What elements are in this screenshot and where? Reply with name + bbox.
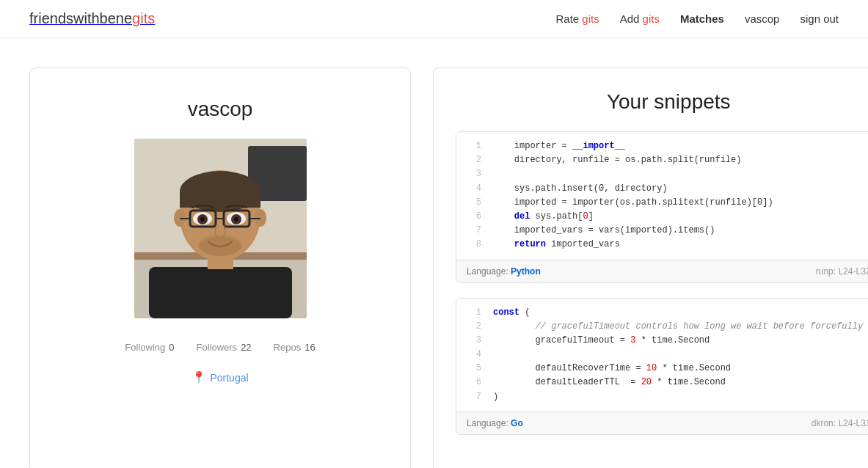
site-logo[interactable]: friendswithbenegits	[29, 10, 155, 27]
nav-add-gits[interactable]: Add gits	[620, 12, 660, 25]
followers-count: 22	[241, 342, 251, 353]
snippet-go: 1 const ( 2 // gracefulTimeout controls …	[456, 298, 868, 435]
logo-accent: gits	[132, 10, 155, 26]
code-line: 2 // gracefulTimeout controls how long w…	[456, 320, 868, 334]
snippet-footer-go: Language: Go dkron: L24-L31	[456, 412, 868, 434]
stat-following: Following 0	[125, 342, 174, 353]
nav-rate-gits[interactable]: Rate gits	[555, 12, 599, 25]
nav-rate-label: Rate	[555, 12, 582, 25]
stat-followers: Followers 22	[197, 342, 252, 353]
stat-repos: Repos 16	[274, 342, 316, 353]
code-line: 8 return imported_vars	[456, 238, 868, 252]
code-line: 6 del sys.path[0]	[456, 210, 868, 224]
svg-point-20	[200, 217, 205, 222]
main-nav: Rate gits Add gits Matches vascop sign o…	[555, 12, 839, 25]
following-label: Following	[125, 342, 165, 353]
nav-user[interactable]: vascop	[745, 12, 780, 25]
snippet-ref-go: dkron: L24-L31	[812, 418, 868, 428]
nav-matches[interactable]: Matches	[680, 12, 724, 25]
repos-label: Repos	[274, 342, 302, 353]
nav-add-label: Add	[620, 12, 643, 25]
snippet-ref: runp: L24-L32	[816, 266, 868, 277]
snippets-title: Your snippets	[456, 90, 868, 114]
logo-main: friendswithbene	[29, 10, 132, 26]
code-line: 5 imported = importer(os.path.splitext(r…	[456, 196, 868, 210]
location-text: Portugal	[210, 372, 248, 384]
code-line: 7 imported_vars = vars(imported).items()	[456, 224, 868, 238]
profile-avatar	[134, 139, 307, 318]
code-body-python: 1 importer = __import__ 2 directory, run…	[456, 132, 868, 260]
code-line: 6 defaultLeaderTTL = 20 * time.Second	[456, 376, 868, 390]
code-line: 4	[456, 348, 868, 362]
snippet-python: 1 importer = __import__ 2 directory, run…	[456, 131, 868, 283]
code-line: 1 const (	[456, 306, 868, 320]
code-line: 1 importer = __import__	[456, 139, 868, 153]
svg-rect-4	[149, 267, 292, 318]
location-pin-icon: 📍	[192, 370, 206, 384]
svg-point-21	[234, 217, 238, 222]
profile-location: 📍 Portugal	[192, 370, 248, 384]
code-line: 3 gracefulTimeout = 3 * time.Second	[456, 334, 868, 348]
followers-label: Followers	[197, 342, 238, 353]
language-label: Language: Python	[467, 266, 541, 277]
language-value-go: Go	[511, 418, 523, 428]
snippets-card: Your snippets 1 importer = __import__ 2 …	[433, 67, 868, 468]
code-body-go: 1 const ( 2 // gracefulTimeout controls …	[456, 299, 868, 412]
svg-rect-8	[180, 191, 260, 208]
profile-card: vascop	[29, 67, 411, 468]
site-header: friendswithbenegits Rate gits Add gits M…	[0, 0, 868, 38]
svg-point-23	[200, 237, 241, 256]
language-label-go: Language: Go	[467, 418, 523, 428]
nav-signout[interactable]: sign out	[800, 12, 839, 25]
code-line: 4 sys.path.insert(0, directory)	[456, 182, 868, 196]
avatar-image	[134, 139, 307, 318]
following-count: 0	[169, 342, 174, 353]
code-line: 2 directory, runfile = os.path.split(run…	[456, 153, 868, 167]
code-line: 7 )	[456, 390, 868, 404]
code-line: 5 defaultRecoverTime = 10 * time.Second	[456, 362, 868, 376]
code-line: 3	[456, 167, 868, 181]
profile-username: vascop	[188, 98, 253, 121]
profile-stats: Following 0 Followers 22 Repos 16	[125, 342, 315, 353]
nav-rate-accent: gits	[582, 12, 599, 25]
repos-count: 16	[304, 342, 315, 353]
snippet-footer-python: Language: Python runp: L24-L32	[456, 260, 868, 282]
language-value: Python	[511, 266, 541, 277]
nav-add-accent: gits	[643, 12, 660, 25]
